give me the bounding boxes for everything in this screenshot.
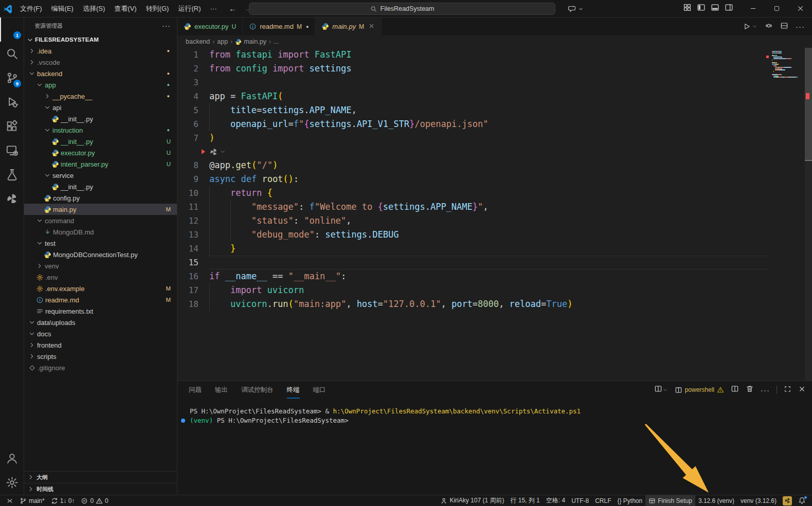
activity-item-testing[interactable] — [0, 162, 24, 187]
tree-item-data-uploads[interactable]: data\uploads — [24, 317, 177, 328]
tree-item-venv[interactable]: venv — [24, 260, 177, 272]
activity-item-explorer[interactable]: 1 — [0, 17, 24, 42]
activity-item-settings[interactable] — [0, 471, 24, 495]
toggle-secondary-sidebar-button[interactable] — [725, 3, 733, 14]
kill-terminal-button[interactable] — [746, 385, 754, 395]
activity-item-search[interactable] — [0, 42, 24, 66]
tree-item-app[interactable]: app● — [24, 79, 177, 91]
activity-item-remote-explorer[interactable] — [0, 138, 24, 162]
open-changes-button[interactable] — [765, 22, 773, 32]
tree-item-frontend[interactable]: frontend — [24, 339, 177, 351]
tree-item-test[interactable]: test — [24, 238, 177, 249]
cursor-position[interactable]: 行 15, 列 1 — [507, 495, 543, 506]
breadcrumb-item-backend[interactable]: backend — [186, 38, 210, 45]
terminal-tab-powershell[interactable]: powershell — [675, 386, 724, 394]
python-version[interactable]: 3.12.6 (venv) — [695, 495, 737, 506]
scrollbar-thumb[interactable] — [805, 48, 812, 160]
menu-文件-f[interactable]: 文件(F) — [15, 2, 47, 15]
panel-tab-输出[interactable]: 输出 — [215, 381, 228, 399]
toggle-sidebar-button[interactable] — [697, 3, 706, 14]
menu-运行-r[interactable]: 运行(R) — [173, 2, 205, 15]
tree-item-config-py[interactable]: config.py — [24, 192, 177, 204]
tree-item-scripts[interactable]: scripts — [24, 351, 177, 362]
venv-indicator[interactable]: venv (3.12.6) — [737, 495, 780, 506]
sidebar-section-时间线[interactable]: 时间线 — [24, 483, 177, 495]
tree-item-api[interactable]: api — [24, 102, 177, 113]
close-panel-button[interactable] — [798, 385, 806, 395]
tree-item-intent-parser-py[interactable]: intent_parser.pyU — [24, 158, 177, 170]
minimize-button[interactable] — [741, 0, 765, 17]
terminal-new-button[interactable] — [654, 385, 668, 395]
tab-main-py[interactable]: main.pyM — [315, 17, 382, 35]
breadcrumb-item-app[interactable]: app — [217, 38, 228, 45]
tree-item-requirements-txt[interactable]: requirements.txt — [24, 305, 177, 317]
workspace-root-row[interactable]: FILESREADSYSTEAM — [24, 34, 177, 45]
tree-item-idea[interactable]: .idea● — [24, 45, 177, 57]
menu-选择-s[interactable]: 选择(S) — [78, 2, 110, 15]
explorer-more-actions[interactable]: ··· — [162, 22, 171, 30]
tab-executor-py[interactable]: executor.pyU — [177, 17, 243, 35]
more-actions-button[interactable]: ··· — [796, 22, 805, 31]
tab-readme-md[interactable]: readme.mdM● — [243, 17, 315, 35]
activity-item-source-control[interactable]: 9 — [0, 66, 24, 90]
inline-extension-widget[interactable] — [209, 148, 226, 156]
code-editor[interactable]: 1from fastapi import FastAPI2from config… — [177, 48, 812, 381]
eol[interactable]: CRLF — [592, 495, 614, 506]
split-terminal-button[interactable] — [731, 385, 739, 395]
chat-button[interactable] — [564, 3, 588, 15]
git-branch[interactable]: main* — [16, 495, 48, 506]
toggle-panel-button[interactable] — [711, 3, 719, 14]
activity-item-extension-pinwheel[interactable] — [0, 187, 24, 211]
gitlens-blame[interactable]: KiriAky 107 (1 周前) — [437, 495, 507, 506]
extension-badge-gold[interactable] — [780, 495, 795, 506]
activity-item-account[interactable] — [0, 446, 24, 471]
sidebar-section-大纲[interactable]: 大纲 — [24, 471, 177, 483]
minimap[interactable] — [772, 51, 803, 78]
breadcrumb-item-item[interactable]: ... — [274, 38, 279, 45]
tree-item-mongodbconnectiontest-py[interactable]: MongoDBConnectionTest.py — [24, 249, 177, 260]
menu-编辑-e[interactable]: 编辑(E) — [47, 2, 78, 15]
tree-item-env[interactable]: .env — [24, 272, 177, 283]
encoding[interactable]: UTF-8 — [568, 495, 592, 506]
command-center-search[interactable]: FilesReadSysteam — [249, 3, 555, 15]
close-tab-button[interactable] — [368, 23, 375, 31]
tree-item-vscode[interactable]: .vscode — [24, 57, 177, 68]
remote-indicator[interactable] — [3, 495, 16, 506]
editor-scrollbar[interactable] — [805, 48, 812, 381]
split-editor-button[interactable] — [780, 22, 788, 32]
activity-item-run-debug[interactable] — [0, 90, 24, 114]
notifications[interactable] — [795, 495, 809, 506]
breadcrumb[interactable]: backend›app›main.py›... — [177, 35, 812, 48]
tree-item-init-py[interactable]: __init__.py — [24, 181, 177, 192]
tree-item-readme-md[interactable]: readme.mdM — [24, 294, 177, 305]
activity-item-extensions[interactable] — [0, 114, 24, 138]
tree-item-backend[interactable]: backend● — [24, 68, 177, 79]
terminal[interactable]: PS H:\OwnProject\FilesReadSysteam> & h:\… — [177, 399, 812, 495]
tree-item-executor-py[interactable]: executor.pyU — [24, 147, 177, 158]
language-mode[interactable]: {} Python — [614, 495, 645, 506]
problems[interactable]: 00 — [78, 495, 111, 506]
tree-item-docs[interactable]: docs — [24, 328, 177, 339]
panel-tab-调试控制台[interactable]: 调试控制台 — [241, 381, 274, 399]
tree-item-gitignore[interactable]: .gitignore — [24, 362, 177, 373]
tree-item-init-py[interactable]: __init__.py — [24, 113, 177, 124]
tree-item-instruction[interactable]: instruction● — [24, 124, 177, 136]
breadcrumb-item-main-py[interactable]: main.py — [235, 38, 266, 45]
panel-tab-端口[interactable]: 端口 — [313, 381, 326, 399]
back-button[interactable]: ← — [226, 4, 239, 13]
tree-item-main-py[interactable]: main.pyM — [24, 204, 177, 215]
menu-item[interactable]: ··· — [205, 3, 221, 14]
menu-查看-v[interactable]: 查看(V) — [110, 2, 141, 15]
finish-setup[interactable]: Finish Setup — [645, 495, 695, 506]
tree-item-service[interactable]: service — [24, 170, 177, 181]
maximize-button[interactable] — [765, 0, 788, 17]
tree-item-mongodb-md[interactable]: MongoDB.md — [24, 226, 177, 238]
indentation[interactable]: 空格: 4 — [543, 495, 568, 506]
menu-转到-g[interactable]: 转到(G) — [141, 2, 174, 15]
tree-item-pycache[interactable]: __pycache__● — [24, 91, 177, 102]
maximize-panel-button[interactable] — [784, 385, 791, 395]
tree-item-env-example[interactable]: .env.exampleM — [24, 283, 177, 294]
panel-more-actions[interactable]: ··· — [761, 386, 770, 394]
close-window-button[interactable] — [788, 0, 812, 17]
git-sync[interactable]: 1↓ 0↑ — [48, 495, 78, 506]
